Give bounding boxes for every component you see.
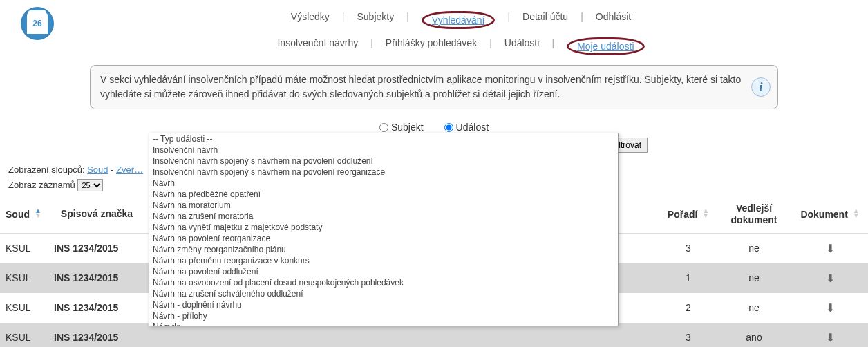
nav-moje-udalosti[interactable]: Moje události [577, 41, 634, 52]
logo-badge: 26 [21, 7, 54, 40]
cell-soud: KSUL [0, 233, 48, 263]
highlight-vyhledavani: Vyhledávání [422, 11, 496, 29]
cell-vedlejsi: ne [716, 293, 792, 323]
download-icon[interactable]: ⬇︎ [826, 272, 835, 284]
dropdown-option[interactable]: Návrh na zrušení moratoria [149, 211, 618, 222]
cell-znacka: INS 1234/2015 [48, 323, 145, 347]
dropdown-option[interactable]: Návrh na povolení oddlužení [149, 266, 618, 277]
download-icon[interactable]: ⬇︎ [826, 302, 835, 314]
th-vedlejsi[interactable]: Vedlejší dokument [716, 196, 792, 233]
dropdown-option[interactable]: Návrh změny reorganizačního plánu [149, 244, 618, 255]
dropdown-option[interactable]: Návrh na přeměnu reorganizace v konkurs [149, 255, 618, 266]
dropdown-option[interactable]: Návrh na povolení reorganizace [149, 233, 618, 244]
dropdown-option[interactable]: Návrh na předběžné opatření [149, 189, 618, 200]
cell-poradi: 2 [661, 293, 716, 323]
cell-znacka: INS 1234/2015 [48, 263, 145, 293]
th-dokument[interactable]: Dokument ▲▼ [792, 196, 868, 233]
cell-soud: KSUL [0, 263, 48, 293]
nav-prihlasky[interactable]: Přihlášky pohledávek [386, 37, 477, 55]
highlight-moje-udalosti: Moje události [567, 37, 645, 55]
dropdown-option[interactable]: Návrh - doplnění návrhu [149, 299, 618, 310]
nav-secondary: Insolvenční návrhy | Přihlášky pohledáve… [54, 33, 868, 59]
top-bar: 26 Výsledky | Subjekty | Vyhledávání | D… [0, 0, 868, 59]
dropdown-option[interactable]: Návrh na moratorium [149, 200, 618, 211]
radio-subjekt[interactable]: Subjekt [379, 122, 424, 133]
nav-odhlasit[interactable]: Odhlásit [596, 11, 631, 29]
nav-insolvencni-navrhy[interactable]: Insolvenční návrhy [277, 37, 358, 55]
th-soud[interactable]: Soud ▲▼ [0, 196, 48, 233]
cell-dokument: ⬇︎ [792, 263, 868, 293]
dropdown-option[interactable]: Návrh na osvobození od placení dosud neu… [149, 277, 618, 288]
nav-vysledky[interactable]: Výsledky [291, 11, 330, 29]
nav-udalosti[interactable]: Události [504, 37, 540, 55]
download-icon[interactable]: ⬇︎ [826, 243, 835, 254]
dropdown-option[interactable]: Insolvenční návrh [149, 144, 618, 156]
cell-znacka: INS 1234/2015 [48, 293, 145, 323]
cell-poradi: 3 [661, 323, 716, 347]
dropdown-option[interactable]: -- Typ události -- [149, 133, 618, 144]
cell-znacka: INS 1234/2015 [48, 233, 145, 263]
event-type-dropdown[interactable]: -- Typ události --Insolvenční návrhInsol… [149, 133, 619, 326]
nav-detail-uctu[interactable]: Detail účtu [522, 11, 568, 29]
cell-poradi: 3 [661, 233, 716, 263]
page-size-select[interactable]: 25 [77, 179, 103, 191]
dropdown-option[interactable]: Námitky [149, 321, 618, 326]
th-poradi[interactable]: Pořadí ▲▼ [661, 196, 716, 233]
dropdown-option[interactable]: Návrh [149, 178, 618, 189]
calendar-icon: 26 [27, 13, 48, 34]
nav-primary: Výsledky | Subjekty | Vyhledávání | Deta… [54, 7, 868, 33]
download-icon[interactable]: ⬇︎ [826, 332, 835, 344]
nav-wrap: Výsledky | Subjekty | Vyhledávání | Deta… [54, 7, 868, 59]
cell-dokument: ⬇︎ [792, 233, 868, 263]
cell-dokument: ⬇︎ [792, 323, 868, 347]
nav-vyhledavani[interactable]: Vyhledávání [432, 15, 485, 26]
info-icon: i [751, 77, 771, 97]
radio-udalost[interactable]: Událost [444, 122, 489, 133]
col-link-soud[interactable]: Soud [87, 165, 108, 175]
cell-soud: KSUL [0, 293, 48, 323]
cell-soud: KSUL [0, 323, 48, 347]
cell-vedlejsi: ne [716, 263, 792, 293]
info-box: V sekci vyhledávání insolvenčních případ… [90, 65, 778, 109]
th-spisova[interactable]: Spisová značka [48, 196, 145, 233]
dropdown-option[interactable]: Návrh na zrušení schváleného oddlužení [149, 288, 618, 299]
cell-vedlejsi: ne [716, 233, 792, 263]
dropdown-option[interactable]: Návrh - přílohy [149, 310, 618, 321]
col-link-zverejneno[interactable]: Zveř… [116, 165, 143, 175]
dropdown-option[interactable]: Insolvenční návrh spojený s návrhem na p… [149, 156, 618, 167]
cell-poradi: 1 [661, 263, 716, 293]
nav-subjekty[interactable]: Subjekty [357, 11, 394, 29]
dropdown-option[interactable]: Insolvenční návrh spojený s návrhem na p… [149, 167, 618, 178]
dropdown-option[interactable]: Návrh na vynětí majetku z majetkové pods… [149, 222, 618, 233]
cell-dokument: ⬇︎ [792, 293, 868, 323]
cell-vedlejsi: ano [716, 323, 792, 347]
